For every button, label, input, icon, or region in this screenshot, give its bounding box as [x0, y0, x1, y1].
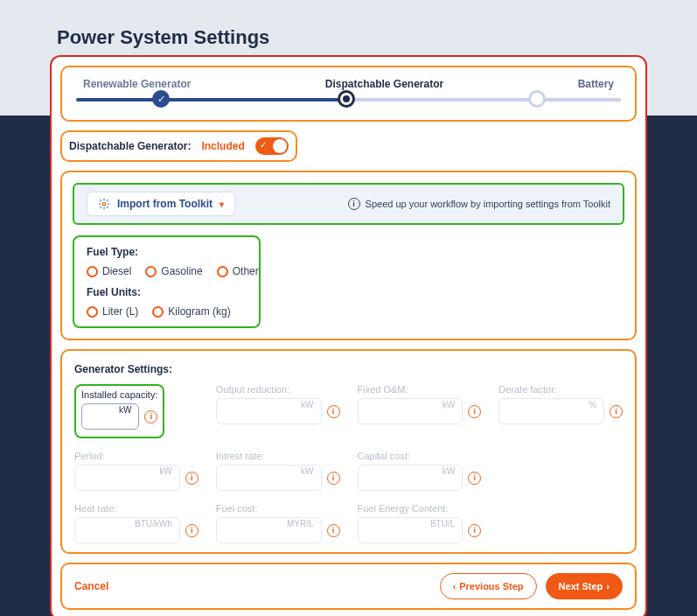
fuel-unit-liter[interactable]: Liter (L) [87, 305, 138, 318]
installed-capacity-input[interactable]: kW [81, 403, 139, 430]
output-reduction-input[interactable]: kW [216, 398, 322, 424]
radio-icon [145, 266, 157, 277]
previous-step-button[interactable]: ‹Previous Step [440, 573, 537, 599]
info-icon[interactable]: i [185, 472, 199, 485]
cancel-button[interactable]: Cancel [74, 580, 108, 592]
generator-settings-title: Generator Settings: [74, 363, 626, 375]
radio-icon [87, 266, 98, 277]
include-label: Dispatchable Generator: [69, 140, 191, 152]
info-icon[interactable]: i [327, 472, 340, 485]
check-icon: ✓ [260, 140, 267, 150]
period-input[interactable]: kW [74, 465, 180, 491]
step-label-dispatchable[interactable]: Dispatchable Generator [325, 78, 443, 90]
fixed-om-input[interactable]: kW [358, 398, 464, 424]
stepper: Renewable Generator Dispatchable Generat… [60, 66, 637, 122]
fuel-cost-input[interactable]: MYR/L [216, 517, 322, 543]
step-node-dispatchable[interactable] [338, 90, 355, 108]
intrest-rate-input[interactable]: kW [216, 465, 322, 491]
info-icon[interactable]: i [327, 405, 340, 418]
info-icon[interactable]: i [185, 524, 199, 537]
import-bar: Import from Toolkit ▾ i Speed up your wo… [73, 183, 624, 225]
import-hint: Speed up your workflow by importing sett… [366, 199, 610, 209]
field-fuel-energy-content: Fuel Energy Content:BTU/Li [358, 503, 482, 543]
step-node-renewable[interactable]: ✓ [152, 90, 170, 108]
generator-settings-section: Generator Settings: Installed capacity: … [60, 349, 637, 554]
info-icon[interactable]: i [468, 405, 481, 418]
step-label-renewable[interactable]: Renewable Generator [83, 78, 191, 90]
include-section: Dispatchable Generator: Included ✓ [60, 130, 297, 162]
include-toggle[interactable]: ✓ [255, 137, 289, 155]
info-icon[interactable]: i [468, 472, 481, 485]
page-title: Power System Settings [57, 26, 269, 49]
chevron-left-icon: ‹ [453, 581, 457, 592]
check-icon: ✓ [157, 94, 165, 104]
svg-point-0 [102, 202, 106, 206]
field-capital-cost: Capital cost:kWi [358, 451, 482, 491]
field-period: Period:kWi [74, 451, 199, 491]
field-output-reduction: Output reduction:kWi [216, 384, 340, 438]
footer: Cancel ‹Previous Step Next Step› [60, 563, 637, 610]
info-icon[interactable]: i [610, 405, 623, 418]
info-icon[interactable]: i [144, 410, 157, 424]
field-heat-rate: Heat rate:BTU/kWhi [74, 503, 199, 543]
heat-rate-input[interactable]: BTU/kWh [74, 517, 180, 543]
info-icon[interactable]: i [468, 524, 481, 537]
chevron-down-icon: ▾ [220, 200, 224, 209]
import-button-label: Import from Toolkit [117, 198, 213, 210]
info-icon[interactable]: i [327, 524, 340, 537]
field-intrest-rate: Intrest rate:kWi [216, 451, 340, 491]
capital-cost-input[interactable]: kW [358, 465, 464, 491]
radio-icon [87, 306, 98, 318]
field-fixed-om: Fixed O&M:kWi [358, 384, 482, 438]
field-installed-capacity: Installed capacity: kW i [81, 389, 157, 430]
next-step-button[interactable]: Next Step› [546, 573, 623, 599]
derate-factor-input[interactable]: % [498, 398, 604, 424]
gear-icon [98, 198, 110, 210]
fuel-type-diesel[interactable]: Diesel [87, 265, 131, 277]
fuel-units-label: Fuel Units: [87, 286, 247, 298]
settings-card: Renewable Generator Dispatchable Generat… [50, 55, 647, 616]
fuel-unit-kilogram[interactable]: Kilogram (kg) [152, 305, 230, 318]
import-fuel-section: Import from Toolkit ▾ i Speed up your wo… [60, 171, 637, 340]
field-fuel-cost: Fuel cost:MYR/Li [216, 503, 340, 543]
step-node-battery[interactable] [528, 90, 546, 108]
radio-icon [152, 306, 164, 318]
import-from-toolkit-button[interactable]: Import from Toolkit ▾ [87, 192, 235, 216]
fuel-section: Fuel Type: Diesel Gasoline Other Fuel Un… [73, 235, 261, 328]
fuel-energy-content-input[interactable]: BTU/L [358, 517, 464, 543]
field-derate-factor: Derate factor:%i [498, 384, 623, 438]
fuel-type-other[interactable]: Other [217, 265, 259, 277]
chevron-right-icon: › [606, 581, 610, 592]
include-state: Included [201, 140, 244, 152]
info-icon: i [348, 198, 360, 210]
fuel-type-gasoline[interactable]: Gasoline [145, 265, 202, 277]
step-label-battery[interactable]: Battery [578, 78, 614, 90]
radio-icon [217, 266, 228, 277]
fuel-type-label: Fuel Type: [87, 246, 247, 258]
